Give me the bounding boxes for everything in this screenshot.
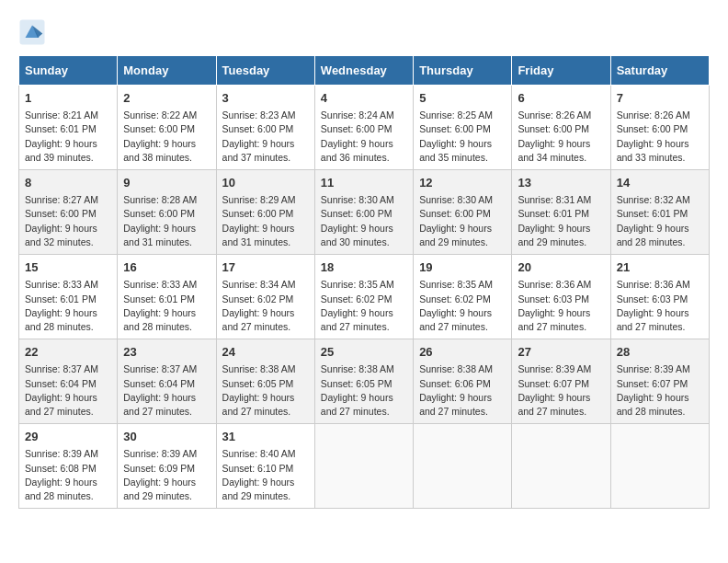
calendar-cell: 14 Sunrise: 8:32 AM Sunset: 6:01 PM Dayl… — [610, 170, 709, 255]
calendar-cell: 21 Sunrise: 8:36 AM Sunset: 6:03 PM Dayl… — [610, 255, 709, 339]
day-number: 13 — [518, 175, 604, 191]
calendar-cell: 8 Sunrise: 8:27 AM Sunset: 6:00 PM Dayli… — [19, 170, 118, 255]
day-info: Sunrise: 8:33 AM Sunset: 6:01 PM Dayligh… — [25, 278, 111, 334]
day-number: 10 — [222, 175, 309, 191]
day-number: 15 — [25, 259, 111, 276]
calendar-cell — [512, 424, 610, 509]
calendar-header: SundayMondayTuesdayWednesdayThursdayFrid… — [19, 56, 710, 86]
calendar-cell: 19 Sunrise: 8:35 AM Sunset: 6:02 PM Dayl… — [414, 255, 512, 339]
day-info: Sunrise: 8:26 AM Sunset: 6:00 PM Dayligh… — [518, 109, 604, 165]
calendar-table: SundayMondayTuesdayWednesdayThursdayFrid… — [18, 55, 710, 509]
day-number: 14 — [617, 175, 703, 191]
day-number: 6 — [518, 90, 604, 107]
calendar-cell: 10 Sunrise: 8:29 AM Sunset: 6:00 PM Dayl… — [216, 170, 314, 255]
calendar-cell — [414, 424, 512, 509]
day-info: Sunrise: 8:22 AM Sunset: 6:00 PM Dayligh… — [123, 109, 210, 165]
calendar-cell: 9 Sunrise: 8:28 AM Sunset: 6:00 PM Dayli… — [118, 170, 216, 255]
day-info: Sunrise: 8:35 AM Sunset: 6:02 PM Dayligh… — [321, 278, 407, 334]
calendar-cell: 17 Sunrise: 8:34 AM Sunset: 6:02 PM Dayl… — [216, 255, 314, 339]
calendar-cell: 30 Sunrise: 8:39 AM Sunset: 6:09 PM Dayl… — [118, 424, 216, 509]
day-info: Sunrise: 8:37 AM Sunset: 6:04 PM Dayligh… — [123, 362, 210, 419]
calendar-cell: 1 Sunrise: 8:21 AM Sunset: 6:01 PM Dayli… — [19, 86, 118, 170]
day-number: 19 — [419, 259, 506, 276]
day-info: Sunrise: 8:31 AM Sunset: 6:01 PM Dayligh… — [518, 193, 604, 249]
calendar-cell: 27 Sunrise: 8:39 AM Sunset: 6:07 PM Dayl… — [512, 339, 610, 424]
logo-icon — [18, 18, 46, 46]
day-number: 11 — [321, 175, 407, 191]
calendar-cell: 31 Sunrise: 8:40 AM Sunset: 6:10 PM Dayl… — [216, 424, 314, 509]
page-header — [18, 18, 710, 46]
day-number: 21 — [617, 259, 703, 276]
day-number: 25 — [321, 344, 407, 361]
day-number: 20 — [518, 259, 604, 276]
weekday-header-monday: Monday — [118, 56, 216, 86]
day-number: 5 — [419, 90, 506, 107]
day-info: Sunrise: 8:36 AM Sunset: 6:03 PM Dayligh… — [617, 278, 703, 334]
day-info: Sunrise: 8:39 AM Sunset: 6:07 PM Dayligh… — [518, 362, 604, 419]
day-info: Sunrise: 8:27 AM Sunset: 6:00 PM Dayligh… — [25, 193, 111, 249]
weekday-header-wednesday: Wednesday — [314, 56, 413, 86]
day-number: 17 — [222, 259, 309, 276]
day-info: Sunrise: 8:30 AM Sunset: 6:00 PM Dayligh… — [419, 193, 506, 249]
day-info: Sunrise: 8:33 AM Sunset: 6:01 PM Dayligh… — [123, 278, 210, 334]
calendar-cell: 7 Sunrise: 8:26 AM Sunset: 6:00 PM Dayli… — [610, 86, 709, 170]
calendar-cell — [314, 424, 413, 509]
day-number: 9 — [123, 175, 210, 191]
day-info: Sunrise: 8:38 AM Sunset: 6:06 PM Dayligh… — [419, 362, 506, 419]
calendar-cell: 25 Sunrise: 8:38 AM Sunset: 6:05 PM Dayl… — [314, 339, 413, 424]
weekday-header-tuesday: Tuesday — [216, 56, 314, 86]
day-number: 3 — [222, 90, 309, 107]
calendar-cell: 4 Sunrise: 8:24 AM Sunset: 6:00 PM Dayli… — [314, 86, 413, 170]
weekday-header-thursday: Thursday — [414, 56, 512, 86]
day-number: 31 — [222, 429, 309, 445]
logo — [18, 18, 48, 46]
week-row-2: 8 Sunrise: 8:27 AM Sunset: 6:00 PM Dayli… — [19, 170, 710, 255]
day-number: 18 — [321, 259, 407, 276]
day-info: Sunrise: 8:26 AM Sunset: 6:00 PM Dayligh… — [617, 109, 703, 165]
day-number: 23 — [123, 344, 210, 361]
week-row-1: 1 Sunrise: 8:21 AM Sunset: 6:01 PM Dayli… — [19, 86, 710, 170]
calendar-cell: 16 Sunrise: 8:33 AM Sunset: 6:01 PM Dayl… — [118, 255, 216, 339]
weekday-header-friday: Friday — [512, 56, 610, 86]
week-row-4: 22 Sunrise: 8:37 AM Sunset: 6:04 PM Dayl… — [19, 339, 710, 424]
day-info: Sunrise: 8:39 AM Sunset: 6:07 PM Dayligh… — [617, 362, 703, 419]
calendar-cell: 6 Sunrise: 8:26 AM Sunset: 6:00 PM Dayli… — [512, 86, 610, 170]
calendar-cell: 11 Sunrise: 8:30 AM Sunset: 6:00 PM Dayl… — [314, 170, 413, 255]
calendar-cell: 15 Sunrise: 8:33 AM Sunset: 6:01 PM Dayl… — [19, 255, 118, 339]
day-info: Sunrise: 8:39 AM Sunset: 6:09 PM Dayligh… — [123, 447, 210, 503]
day-number: 16 — [123, 259, 210, 276]
week-row-3: 15 Sunrise: 8:33 AM Sunset: 6:01 PM Dayl… — [19, 255, 710, 339]
day-info: Sunrise: 8:30 AM Sunset: 6:00 PM Dayligh… — [321, 193, 407, 249]
calendar-cell: 5 Sunrise: 8:25 AM Sunset: 6:00 PM Dayli… — [414, 86, 512, 170]
day-info: Sunrise: 8:28 AM Sunset: 6:00 PM Dayligh… — [123, 193, 210, 249]
calendar-cell: 2 Sunrise: 8:22 AM Sunset: 6:00 PM Dayli… — [118, 86, 216, 170]
calendar-cell: 23 Sunrise: 8:37 AM Sunset: 6:04 PM Dayl… — [118, 339, 216, 424]
day-info: Sunrise: 8:34 AM Sunset: 6:02 PM Dayligh… — [222, 278, 309, 334]
weekday-header-saturday: Saturday — [610, 56, 709, 86]
calendar-cell: 29 Sunrise: 8:39 AM Sunset: 6:08 PM Dayl… — [19, 424, 118, 509]
day-number: 4 — [321, 90, 407, 107]
day-number: 30 — [123, 429, 210, 445]
day-info: Sunrise: 8:21 AM Sunset: 6:01 PM Dayligh… — [25, 109, 111, 165]
day-info: Sunrise: 8:35 AM Sunset: 6:02 PM Dayligh… — [419, 278, 506, 334]
day-number: 7 — [617, 90, 703, 107]
day-number: 8 — [25, 175, 111, 191]
weekday-header-row: SundayMondayTuesdayWednesdayThursdayFrid… — [19, 56, 710, 86]
day-info: Sunrise: 8:38 AM Sunset: 6:05 PM Dayligh… — [321, 362, 407, 419]
day-number: 2 — [123, 90, 210, 107]
day-info: Sunrise: 8:29 AM Sunset: 6:00 PM Dayligh… — [222, 193, 309, 249]
day-info: Sunrise: 8:25 AM Sunset: 6:00 PM Dayligh… — [419, 109, 506, 165]
day-info: Sunrise: 8:32 AM Sunset: 6:01 PM Dayligh… — [617, 193, 703, 249]
day-number: 27 — [518, 344, 604, 361]
calendar-cell: 20 Sunrise: 8:36 AM Sunset: 6:03 PM Dayl… — [512, 255, 610, 339]
day-info: Sunrise: 8:23 AM Sunset: 6:00 PM Dayligh… — [222, 109, 309, 165]
calendar-cell: 28 Sunrise: 8:39 AM Sunset: 6:07 PM Dayl… — [610, 339, 709, 424]
weekday-header-sunday: Sunday — [19, 56, 118, 86]
day-number: 26 — [419, 344, 506, 361]
calendar-cell: 12 Sunrise: 8:30 AM Sunset: 6:00 PM Dayl… — [414, 170, 512, 255]
calendar-cell: 13 Sunrise: 8:31 AM Sunset: 6:01 PM Dayl… — [512, 170, 610, 255]
calendar-cell — [610, 424, 709, 509]
calendar-cell: 26 Sunrise: 8:38 AM Sunset: 6:06 PM Dayl… — [414, 339, 512, 424]
calendar-body: 1 Sunrise: 8:21 AM Sunset: 6:01 PM Dayli… — [19, 86, 710, 509]
day-info: Sunrise: 8:39 AM Sunset: 6:08 PM Dayligh… — [25, 447, 111, 503]
